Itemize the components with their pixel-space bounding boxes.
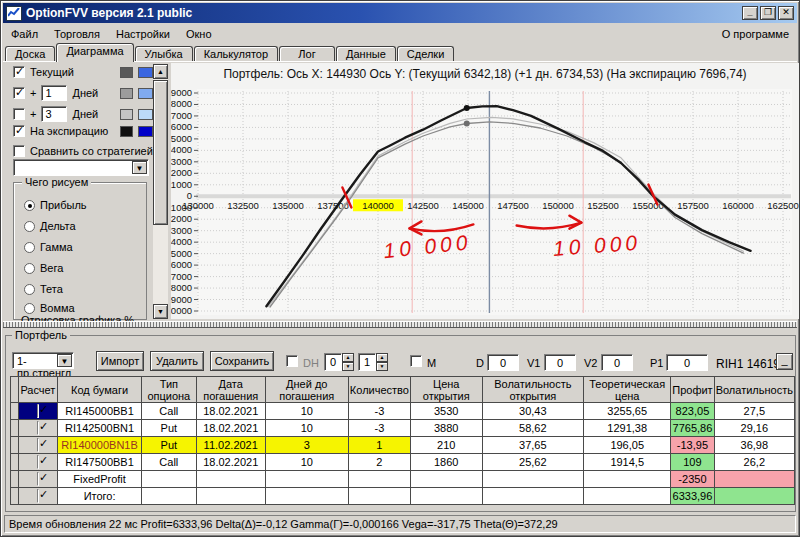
- table-cell[interactable]: -3: [348, 420, 410, 437]
- spin-up-icon[interactable]: ▲: [342, 353, 354, 362]
- tab-diagram[interactable]: Диаграмма: [56, 43, 133, 62]
- table-cell[interactable]: 26,2: [714, 454, 794, 471]
- table-cell[interactable]: Call: [141, 454, 196, 471]
- table-cell[interactable]: 2: [348, 454, 410, 471]
- dh-spinner-2[interactable]: 1▲▼: [358, 353, 388, 371]
- calc-checkbox-cell[interactable]: [18, 471, 58, 488]
- table-cell[interactable]: Call: [141, 403, 196, 420]
- table-cell[interactable]: 58,62: [482, 420, 584, 437]
- menu-trade[interactable]: Торговля: [46, 26, 108, 42]
- table-row[interactable]: RI140000BN1BPut11.02.20213121037,65196,0…: [11, 437, 795, 454]
- table-cell[interactable]: 109: [671, 454, 714, 471]
- dh-checkbox[interactable]: [286, 355, 298, 367]
- mini-button[interactable]: _: [776, 353, 793, 370]
- current-alt-swatch[interactable]: [138, 67, 153, 78]
- table-cell[interactable]: 36,98: [714, 437, 794, 454]
- table-cell[interactable]: [714, 471, 794, 488]
- table-cell[interactable]: [482, 471, 584, 488]
- table-cell[interactable]: [410, 471, 482, 488]
- calc-checkbox-cell[interactable]: [18, 437, 58, 454]
- table-cell[interactable]: 1860: [410, 454, 482, 471]
- table-cell[interactable]: 1914,5: [584, 454, 671, 471]
- tab-board[interactable]: Доска: [5, 46, 55, 62]
- table-cell[interactable]: 27,5: [714, 403, 794, 420]
- table-cell[interactable]: 3880: [410, 420, 482, 437]
- table-cell[interactable]: RI140000BN1B: [58, 437, 142, 454]
- menu-window[interactable]: Окно: [178, 26, 220, 42]
- strategy-select[interactable]: 1-пр.стренгл ▼: [12, 352, 74, 369]
- row-selector[interactable]: [11, 488, 19, 505]
- table-cell[interactable]: FixedProfit: [58, 471, 142, 488]
- table-cell[interactable]: [714, 488, 794, 505]
- import-button[interactable]: Импорт: [96, 351, 144, 371]
- compare-strategy-select[interactable]: ▼: [13, 159, 149, 176]
- table-cell[interactable]: Put: [141, 437, 196, 454]
- dh-spinner-1[interactable]: 0▲▼: [324, 353, 354, 371]
- tab-deals[interactable]: Сделки: [397, 46, 455, 62]
- tab-smile[interactable]: Улыбка: [135, 46, 193, 62]
- table-cell[interactable]: -13,95: [671, 437, 714, 454]
- scroll-up-icon[interactable]: ▲: [153, 64, 168, 79]
- row-selector[interactable]: [11, 454, 19, 471]
- chart-canvas[interactable]: 9000800070006000500040003000200010000-10…: [171, 63, 799, 319]
- plus3-curve-checkbox[interactable]: [13, 108, 25, 120]
- expiration-curve-checkbox[interactable]: [13, 125, 25, 137]
- table-cell[interactable]: RI147500BB1: [58, 454, 142, 471]
- table-row[interactable]: RI145000BB1Call18.02.202110-3353030,4332…: [11, 403, 795, 420]
- table-cell[interactable]: 7765,86: [671, 420, 714, 437]
- d-field[interactable]: 0: [487, 354, 519, 371]
- table-cell[interactable]: [196, 471, 265, 488]
- table-cell[interactable]: 1: [348, 437, 410, 454]
- menu-file[interactable]: Файл: [3, 26, 46, 42]
- plus3-days-input[interactable]: 3: [41, 106, 67, 122]
- table-cell[interactable]: 25,62: [482, 454, 584, 471]
- combo-arrow-icon[interactable]: ▼: [132, 161, 147, 174]
- tab-log[interactable]: Лог: [279, 46, 335, 62]
- calc-checkbox-cell[interactable]: [18, 403, 58, 420]
- calc-checkbox-cell[interactable]: [18, 420, 58, 437]
- save-button[interactable]: Сохранить: [210, 351, 274, 371]
- close-button[interactable]: ✕: [778, 6, 794, 20]
- current-line-swatch[interactable]: [120, 67, 133, 78]
- tab-data[interactable]: Данные: [336, 46, 396, 62]
- calc-checkbox[interactable]: [37, 472, 39, 486]
- table-cell[interactable]: [265, 488, 348, 505]
- tab-calculator[interactable]: Калькулятор: [194, 46, 278, 62]
- scrollbar-thumb[interactable]: [153, 80, 168, 225]
- calc-checkbox-cell[interactable]: [18, 488, 58, 505]
- table-cell[interactable]: 18.02.2021: [196, 454, 265, 471]
- row-selector[interactable]: [11, 437, 19, 454]
- v1-field[interactable]: 0: [544, 354, 576, 371]
- plus3-line-swatch[interactable]: [120, 109, 133, 120]
- spin-down-icon[interactable]: ▼: [376, 362, 388, 371]
- table-row[interactable]: Итого:6333,96: [11, 488, 795, 505]
- maximize-button[interactable]: ❐: [760, 6, 776, 20]
- calc-checkbox[interactable]: [37, 421, 39, 435]
- table-cell[interactable]: 6333,96: [671, 488, 714, 505]
- table-cell[interactable]: 29,16: [714, 420, 794, 437]
- table-cell[interactable]: RI142500BN1: [58, 420, 142, 437]
- table-cell[interactable]: 10: [265, 420, 348, 437]
- calc-checkbox-cell[interactable]: [18, 454, 58, 471]
- table-row[interactable]: RI147500BB1Call18.02.2021102186025,62191…: [11, 454, 795, 471]
- radio-delta[interactable]: [24, 221, 35, 232]
- table-cell[interactable]: [482, 488, 584, 505]
- options-scrollbar[interactable]: ▲ ▼: [153, 64, 168, 319]
- delete-button[interactable]: Удалить: [150, 351, 204, 371]
- compare-strategy-checkbox[interactable]: [13, 145, 25, 157]
- title-bar[interactable]: OptionFVV версия 2.1 public _ ❐ ✕: [3, 3, 797, 23]
- expiration-line-swatch[interactable]: [120, 126, 133, 137]
- calc-checkbox[interactable]: [37, 489, 39, 503]
- table-cell[interactable]: [348, 488, 410, 505]
- table-cell[interactable]: 210: [410, 437, 482, 454]
- table-cell[interactable]: 3255,65: [584, 403, 671, 420]
- row-selector[interactable]: [11, 471, 19, 488]
- plus1-curve-checkbox[interactable]: [13, 87, 25, 99]
- table-cell[interactable]: 1291,38: [584, 420, 671, 437]
- current-curve-checkbox[interactable]: [13, 66, 25, 78]
- menu-about[interactable]: О программе: [714, 26, 797, 42]
- table-cell[interactable]: 3530: [410, 403, 482, 420]
- table-cell[interactable]: 37,65: [482, 437, 584, 454]
- radio-theta[interactable]: [24, 284, 35, 295]
- spin-up-icon[interactable]: ▲: [376, 353, 388, 362]
